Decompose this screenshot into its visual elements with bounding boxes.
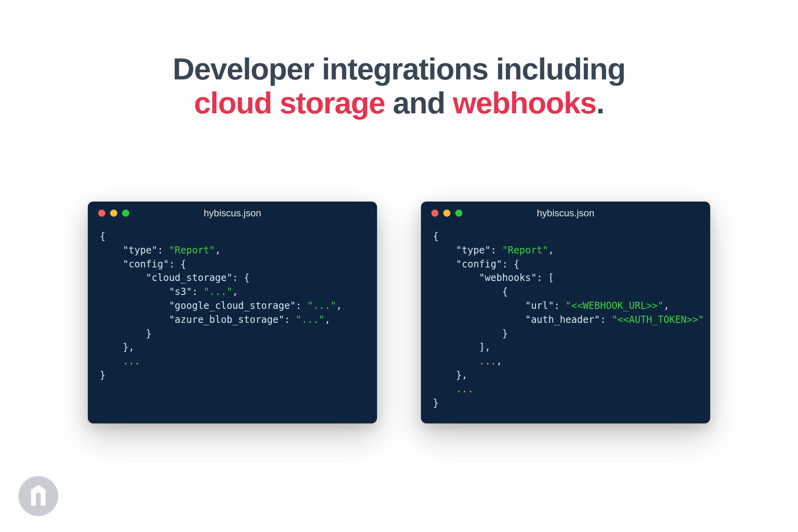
headline-accent-2: webhooks	[453, 86, 597, 120]
code-cards: hybiscus.json { "type": "Report", "confi…	[88, 202, 710, 423]
filename: hybiscus.json	[88, 208, 377, 219]
decor-dot	[689, 446, 699, 455]
decor-dot	[610, 498, 620, 508]
code-token-punc	[433, 314, 525, 325]
code-token-str: "Report"	[502, 245, 548, 256]
decor-dot	[768, 446, 778, 455]
code-token-punc: :	[158, 245, 169, 256]
decor-dot	[479, 498, 488, 508]
code-token-punc	[100, 314, 169, 325]
code-token-punc: :	[192, 286, 203, 297]
code-token-punc: :	[296, 300, 307, 311]
decor-dot	[716, 498, 725, 508]
traffic-lights	[431, 210, 462, 217]
code-token-key: "s3"	[169, 286, 192, 297]
maximize-icon	[122, 210, 129, 217]
decor-dot	[689, 472, 699, 482]
code-token-ellip: ...	[479, 356, 496, 367]
decor-dot	[689, 498, 699, 508]
code-block: { "type": "Report", "config": { "webhook…	[421, 225, 710, 423]
decor-dot	[505, 446, 515, 455]
decor-dot	[742, 393, 752, 403]
code-token-punc: {	[433, 286, 508, 297]
headline-prefix: Developer integrations including	[173, 52, 625, 86]
svg-point-0	[18, 476, 58, 516]
headline: Developer integrations including cloud s…	[0, 52, 798, 120]
code-token-punc: ,	[325, 314, 330, 325]
code-token-punc: {	[433, 231, 439, 242]
code-token-punc	[433, 272, 479, 283]
decor-dot	[768, 367, 778, 376]
decor-dot	[716, 472, 725, 482]
decor-dot	[768, 498, 778, 508]
code-token-punc: :	[554, 300, 565, 311]
code-token-ellip: ...	[123, 356, 140, 367]
brand-logo-icon	[18, 476, 58, 516]
decor-dot	[716, 367, 725, 376]
decor-dot	[610, 472, 620, 482]
code-token-punc	[433, 384, 456, 395]
code-token-punc	[100, 259, 123, 270]
code-token-punc: ,	[664, 300, 669, 311]
code-token-punc: }	[433, 398, 439, 409]
titlebar: hybiscus.json	[421, 202, 710, 225]
code-token-str: "..."	[296, 314, 324, 325]
filename: hybiscus.json	[421, 208, 710, 219]
code-card-cloud-storage: hybiscus.json { "type": "Report", "confi…	[88, 202, 377, 423]
code-token-ellip: ...	[456, 384, 473, 395]
close-icon	[98, 210, 105, 217]
decor-dot	[479, 446, 488, 455]
code-token-punc: }	[100, 370, 105, 381]
decor-dot	[531, 446, 541, 455]
code-token-punc: : [	[537, 272, 554, 283]
code-token-punc	[100, 272, 146, 283]
code-token-punc: ,	[496, 356, 502, 367]
code-token-punc	[433, 245, 456, 256]
code-token-punc: },	[100, 342, 134, 353]
code-token-punc	[100, 245, 123, 256]
decor-dot	[558, 472, 567, 482]
code-token-punc	[100, 300, 169, 311]
close-icon	[431, 210, 439, 217]
decor-dot	[505, 472, 515, 482]
headline-accent-1: cloud storage	[194, 86, 385, 120]
decor-dot	[663, 498, 673, 508]
decor-dot	[531, 498, 541, 508]
decor-dot	[742, 419, 752, 429]
code-card-webhooks: hybiscus.json { "type": "Report", "confi…	[421, 202, 710, 423]
decor-dot	[716, 393, 725, 403]
minimize-icon	[110, 210, 117, 217]
code-token-punc: {	[100, 231, 105, 242]
decor-dot	[610, 446, 620, 455]
titlebar: hybiscus.json	[88, 202, 377, 225]
headline-suffix: .	[596, 86, 604, 120]
decor-dot	[663, 446, 673, 455]
code-token-punc: ,	[548, 245, 554, 256]
decor-dot	[768, 340, 778, 350]
code-token-key: "type"	[123, 245, 158, 256]
code-token-punc: ,	[215, 245, 221, 256]
traffic-lights	[98, 210, 129, 217]
code-token-punc: : {	[232, 272, 249, 283]
code-block: { "type": "Report", "config": { "cloud_s…	[88, 225, 377, 396]
code-token-str: "<<AUTH_TOKEN>>"	[612, 314, 704, 325]
decor-dot	[637, 498, 646, 508]
code-token-str: "..."	[307, 300, 336, 311]
code-token-key: "webhooks"	[479, 272, 537, 283]
code-token-key: "google_cloud_storage"	[169, 300, 296, 311]
code-token-key: "cloud_storage"	[146, 272, 233, 283]
code-token-punc: : {	[502, 259, 519, 270]
decor-dot	[479, 472, 488, 482]
code-token-key: "config"	[123, 259, 169, 270]
decor-dot	[716, 340, 725, 350]
code-token-punc: ],	[433, 342, 491, 353]
decor-dot	[716, 419, 725, 429]
code-token-str: "Report"	[169, 245, 215, 256]
code-token-key: "type"	[456, 245, 491, 256]
code-token-punc	[433, 300, 525, 311]
maximize-icon	[455, 210, 462, 217]
decor-dot	[742, 367, 752, 376]
code-token-str: "<<WEBHOOK_URL>>"	[565, 300, 664, 311]
code-token-key: "azure_blob_storage"	[169, 314, 284, 325]
code-token-key: "auth_header"	[525, 314, 600, 325]
